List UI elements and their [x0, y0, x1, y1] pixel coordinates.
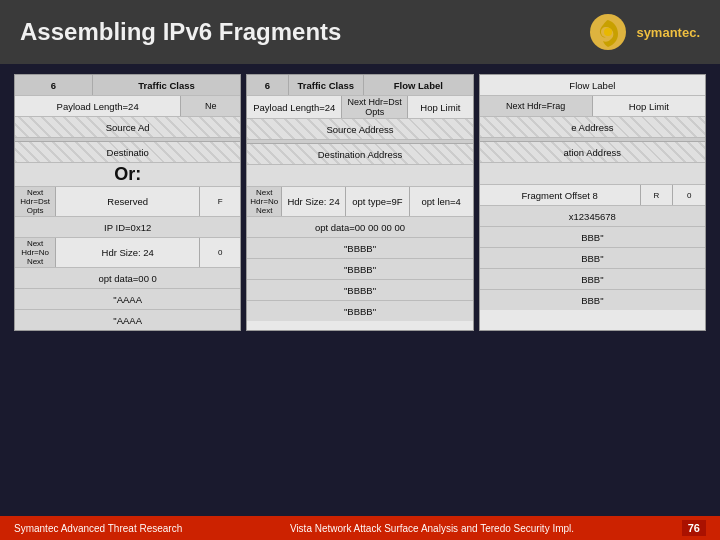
col3-bbb1: BBB": [480, 227, 705, 248]
col3-dest-row: ation Address: [480, 142, 705, 163]
col1-aaaa1-val: "AAAA: [15, 289, 240, 309]
col2-bbbb2-val: "BBBB": [247, 259, 472, 279]
col2-dest-row: Destination Address: [247, 144, 472, 165]
col2-traffic-class: Traffic Class: [289, 75, 364, 95]
footer-page-number: 76: [682, 520, 706, 536]
col2-hdrsize: Hdr Size: 24: [282, 187, 346, 216]
col1-aaaa2: "AAAA: [15, 310, 240, 330]
col1-bottom1: Next Hdr=Dst Opts Reserved F: [15, 187, 240, 217]
packet-columns: 6 Traffic Class Payload Length=24 Ne Sou…: [14, 74, 706, 331]
col3-bottom1: Fragment Offset 8 R 0: [480, 185, 705, 206]
footer-left-text: Symantec Advanced Threat Research: [14, 523, 182, 534]
col2-bbbb1: "BBBB": [247, 238, 472, 259]
symantec-logo-icon: [588, 12, 628, 52]
col1-source: Source Ad: [15, 117, 240, 137]
col3-source: e Address: [480, 117, 705, 137]
slide: Assembling IPv6 Fragments symantec. 6 Tr…: [0, 0, 720, 540]
col1-traffic-class: Traffic Class: [93, 75, 241, 95]
col1-hdrsize: Hdr Size: 24: [56, 238, 200, 267]
col2-bottom1: Next Hdr=No Next Hdr Size: 24 opt type=9…: [247, 187, 472, 217]
col2-optlen: opt len=4: [410, 187, 473, 216]
col1-version: 6: [15, 75, 93, 95]
col3-bbb1-val: BBB": [480, 227, 705, 247]
col1-aaaa1: "AAAA: [15, 289, 240, 310]
col1-or-label: Or:: [15, 163, 240, 186]
col1-nxt-dst: Next Hdr=Dst Opts: [15, 187, 56, 216]
col1-dest-row: Destinatio: [15, 142, 240, 163]
col3-row2: Next Hdr=Frag Hop Limit: [480, 96, 705, 117]
col2-spacer-cell: [247, 165, 472, 186]
col2-flow-label: Flow Label: [364, 75, 473, 95]
col1-ipid-val: IP ID=0x12: [15, 217, 240, 237]
col3-bbb3: BBB": [480, 269, 705, 290]
logo: symantec.: [588, 12, 700, 52]
col1-src-row: Source Ad: [15, 117, 240, 138]
col2-bbbb3: "BBBB": [247, 280, 472, 301]
col2-spacer: [247, 165, 472, 187]
col3-ipid: x12345678: [480, 206, 705, 227]
col3-zero: 0: [673, 185, 705, 205]
col2-optdata-val: opt data=00 00 00 00: [247, 217, 472, 237]
col1-nonext: Next Hdr=No Next: [15, 238, 56, 267]
col2-bbbb3-val: "BBBB": [247, 280, 472, 300]
col1-or-row: Or:: [15, 163, 240, 187]
col3-hoplimit: Hop Limit: [593, 96, 705, 116]
col1-row1: 6 Traffic Class: [15, 75, 240, 96]
col1-optdata-val: opt data=00 0: [15, 268, 240, 288]
col2-optdata: opt data=00 00 00 00: [247, 217, 472, 238]
col2-row1: 6 Traffic Class Flow Label: [247, 75, 472, 96]
col1-optdata: opt data=00 0: [15, 268, 240, 289]
main-content: 6 Traffic Class Payload Length=24 Ne Sou…: [0, 64, 720, 341]
col2-dest: Destination Address: [247, 144, 472, 164]
svg-point-1: [604, 28, 612, 36]
col1-bottom3: Next Hdr=No Next Hdr Size: 24 0: [15, 238, 240, 268]
col2: 6 Traffic Class Flow Label Payload Lengt…: [246, 74, 473, 331]
slide-header: Assembling IPv6 Fragments symantec.: [0, 0, 720, 64]
col2-source: Source Address: [247, 119, 472, 139]
col3-ipid-val: x12345678: [480, 206, 705, 226]
col2-version: 6: [247, 75, 288, 95]
col3-r: R: [641, 185, 674, 205]
logo-text: symantec.: [636, 25, 700, 40]
col3-bbb2-val: BBB": [480, 248, 705, 268]
col2-row2: Payload Length=24 Next Hdr=Dst Opts Hop …: [247, 96, 472, 119]
col2-opttype: opt type=9F: [346, 187, 410, 216]
col1-row2: Payload Length=24 Ne: [15, 96, 240, 117]
col3-bbb3-val: BBB": [480, 269, 705, 289]
col3-spacer: [480, 163, 705, 185]
col3-fragoffset: Fragment Offset 8: [480, 185, 641, 205]
col1-aaaa2-val: "AAAA: [15, 310, 240, 330]
col3-row1: Flow Label: [480, 75, 705, 96]
footer: Symantec Advanced Threat Research Vista …: [0, 516, 720, 540]
col1: 6 Traffic Class Payload Length=24 Ne Sou…: [14, 74, 241, 331]
col2-bbbb2: "BBBB": [247, 259, 472, 280]
col3-nexthdr: Next Hdr=Frag: [480, 96, 593, 116]
col3-bbb2: BBB": [480, 248, 705, 269]
col1-ipid: IP ID=0x12: [15, 217, 240, 238]
col1-ne: Ne: [181, 96, 240, 116]
col3-src-row: e Address: [480, 117, 705, 138]
col2-nexthdr: Next Hdr=Dst Opts: [342, 96, 408, 118]
col1-dest: Destinatio: [15, 142, 240, 162]
col2-hoplimit: Hop Limit: [408, 96, 473, 118]
col3-bbb4-val: BBB": [480, 290, 705, 310]
col1-f: F: [200, 187, 240, 216]
col2-bbbb1-val: "BBBB": [247, 238, 472, 258]
col3-dest: ation Address: [480, 142, 705, 162]
footer-right-text: Vista Network Attack Surface Analysis an…: [290, 523, 574, 534]
col1-payload: Payload Length=24: [15, 96, 181, 116]
col3-bbb4: BBB": [480, 290, 705, 310]
col3-flow-label: Flow Label: [480, 75, 705, 95]
col2-bbbb4: "BBBB": [247, 301, 472, 321]
col2-nonext: Next Hdr=No Next: [247, 187, 282, 216]
col1-reserved: Reserved: [56, 187, 200, 216]
slide-title: Assembling IPv6 Fragments: [20, 18, 341, 46]
col3-spacer-cell: [480, 163, 705, 184]
col2-payload: Payload Length=24: [247, 96, 342, 118]
col2-src-row: Source Address: [247, 119, 472, 140]
col1-zero: 0: [200, 238, 240, 267]
col3: Flow Label Next Hdr=Frag Hop Limit e Add…: [479, 74, 706, 331]
col2-bbbb4-val: "BBBB": [247, 301, 472, 321]
